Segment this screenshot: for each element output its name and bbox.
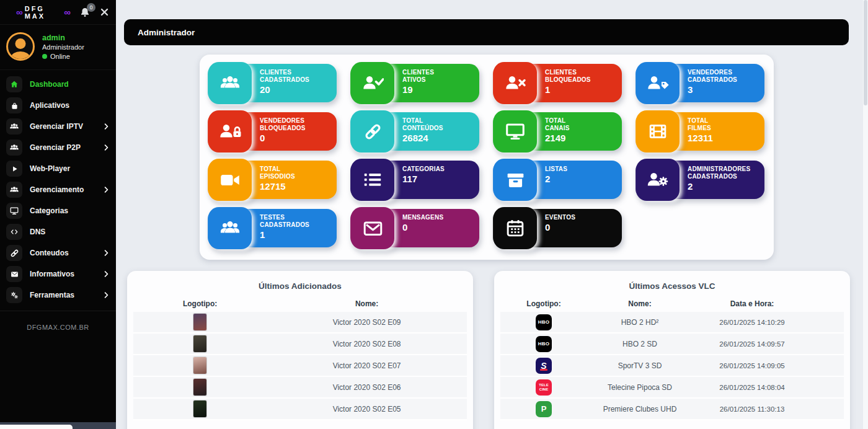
- sidebar-item-web-player[interactable]: Web-Player: [0, 158, 116, 179]
- sidebar-item-categorias[interactable]: Categorias: [0, 200, 116, 221]
- channel-name: HBO 2 HD²: [587, 312, 693, 332]
- user-profile: admin Administrador Online: [0, 25, 116, 70]
- access-datetime: 26/01/2025 14:08:04: [693, 377, 812, 397]
- stat-card-listas[interactable]: LISTAS2: [493, 161, 622, 199]
- user-status: Online: [50, 53, 70, 60]
- episode-name: Victor 2020 S02 E05: [267, 399, 467, 419]
- home-icon: [6, 76, 22, 92]
- stat-card-eventos[interactable]: EVENTOS0: [493, 209, 622, 247]
- channel-name: SporTV 3 SD: [587, 355, 693, 376]
- table-body: HBO HBO 2 HD² 26/01/2025 14:10:29 HBO HB…: [500, 312, 844, 420]
- table-row: P Premiere Clubes UHD 26/01/2025 11:30:1…: [500, 399, 844, 420]
- column-header-nome: Nome:: [267, 299, 467, 308]
- scrollbar-thumb[interactable]: [864, 0, 867, 105]
- table-body: Victor 2020 S02 E09 Victor 2020 S02 E08 …: [133, 312, 467, 420]
- sidebar-item-conteudos[interactable]: Conteudos: [0, 242, 116, 263]
- stat-card-testes-cadastrados[interactable]: TESTESCADASTRADOS1: [208, 209, 337, 247]
- panel-ultimos-adicionados: Últimos Adicionados Logotipo: Nome: Vict…: [127, 271, 473, 429]
- online-dot: [42, 54, 47, 59]
- episode-name: Victor 2020 S02 E08: [267, 334, 467, 354]
- premiere-logo: P: [536, 401, 552, 417]
- telecine-logo: TELE CINE: [536, 379, 552, 396]
- chevron-right-icon: [104, 271, 108, 277]
- stat-card-categorias[interactable]: CATEGORIAS117: [350, 161, 479, 199]
- channel-name: Premiere Clubes UHD: [587, 399, 693, 419]
- table-row: Victor 2020 S02 E05: [133, 399, 467, 420]
- stat-card-total-episodios[interactable]: TOTALEPISODIOS12715: [208, 161, 337, 199]
- stat-card-administradores-cadastrados[interactable]: ADMINISTRADORESCADASTRADOS2: [636, 161, 764, 199]
- stat-card-total-conteudos[interactable]: TOTALCONTEÚDOS26824: [350, 112, 479, 151]
- users-icon: [6, 118, 22, 135]
- sidebar-item-informativos[interactable]: Informativos: [0, 263, 116, 285]
- users-icon: [6, 182, 22, 198]
- close-sidebar-button[interactable]: [100, 8, 108, 16]
- table-row: Victor 2020 S02 E08: [133, 334, 467, 355]
- sidebar-item-gerenciamento[interactable]: Gerenciamento: [0, 179, 116, 200]
- table-row: Victor 2020 S02 E09: [133, 312, 467, 334]
- notification-badge: 0: [87, 3, 95, 12]
- stat-card-total-canais[interactable]: TOTALCANAIS2149: [493, 112, 622, 151]
- sidebar-item-dns[interactable]: DNS: [0, 221, 116, 242]
- episode-thumbnail: [193, 400, 206, 417]
- monitor-icon: [494, 110, 537, 153]
- chevron-right-icon: [104, 144, 108, 151]
- stats-grid: CLIENTESCADASTRADOS20 CLIENTESATIVOS19 C…: [208, 64, 766, 247]
- sidebar-item-dashboard[interactable]: Dashboard: [0, 74, 116, 95]
- infinity-icon: ∞: [16, 7, 23, 17]
- stat-card-clientes-ativos[interactable]: CLIENTESATIVOS19: [350, 64, 479, 102]
- access-datetime: 26/01/2025 14:10:29: [693, 312, 812, 332]
- table-header: Logotipo: Nome:: [133, 299, 467, 308]
- sidebar-menu: Dashboard Aplicativos Gerenciar IPTV Ger…: [0, 70, 116, 306]
- link-icon: [351, 110, 394, 153]
- stat-card-clientes-bloqueados[interactable]: CLIENTESBLOQUEADOS1: [493, 64, 622, 102]
- table-row: Victor 2020 S02 E07: [133, 355, 467, 377]
- chevron-right-icon: [104, 187, 108, 193]
- notifications-button[interactable]: 0: [79, 7, 91, 18]
- stat-value: 2149: [545, 133, 622, 143]
- stat-card-clientes-cadastrados[interactable]: CLIENTESCADASTRADOS20: [208, 64, 337, 102]
- app-logo: ∞ DFG MAX ∞: [16, 5, 71, 20]
- episode-thumbnail: [193, 335, 206, 352]
- calendar-icon: [494, 207, 537, 249]
- stat-value: 2: [688, 182, 764, 192]
- stat-card-mensagens[interactable]: MENSAGENS0: [350, 209, 479, 247]
- panel-title: Últimos Acessos VLC: [494, 281, 850, 291]
- link-icon: [6, 245, 22, 261]
- stat-card-vendedores-cadastrados[interactable]: VENDEDORESCADASTRADOS3: [636, 64, 764, 102]
- stat-value: 12311: [688, 133, 764, 143]
- sidebar-item-aplicativos[interactable]: Aplicativos: [0, 95, 116, 116]
- user-lock-icon: [208, 110, 252, 153]
- film-icon: [636, 110, 680, 153]
- infinity-icon: ∞: [64, 7, 71, 17]
- page-header: Administrador: [124, 19, 849, 45]
- table-row: TELE CINE Telecine Pipoca SD 26/01/2025 …: [500, 377, 844, 399]
- column-header-data-e-hora: Data e Hora:: [693, 299, 812, 308]
- avatar: [6, 32, 35, 61]
- episode-thumbnail: [193, 357, 206, 374]
- episode-name: Victor 2020 S02 E07: [267, 355, 467, 376]
- users-icon: [208, 62, 252, 104]
- archive-icon: [494, 159, 537, 201]
- envelope-icon: [351, 207, 394, 249]
- table-header: Logotipo: Nome: Data e Hora:: [500, 299, 844, 308]
- stat-value: 117: [402, 174, 479, 184]
- stats-panel: CLIENTESCADASTRADOS20 CLIENTESATIVOS19 C…: [200, 55, 774, 260]
- stat-value: 19: [402, 85, 479, 95]
- stat-value: 1: [260, 230, 337, 240]
- column-header-logotipo: Logotipo:: [133, 299, 267, 308]
- sidebar-item-gerenciar-p2p[interactable]: Gerenciar P2P: [0, 137, 116, 158]
- access-datetime: 26/01/2025 11:30:13: [693, 399, 812, 419]
- stat-card-total-filmes[interactable]: TOTALFILMES12311: [636, 112, 764, 151]
- sidebar-item-gerenciar-iptv[interactable]: Gerenciar IPTV: [0, 116, 116, 137]
- hbo-logo: HBO: [536, 314, 552, 330]
- gears-icon: [6, 287, 22, 303]
- sidebar: ∞ DFG MAX ∞ 0 admin Administrador Online: [0, 0, 116, 422]
- column-header-nome: Nome:: [587, 299, 693, 308]
- scrollbar[interactable]: [863, 0, 868, 429]
- stat-value: 0: [545, 223, 622, 232]
- episode-thumbnail: [193, 379, 206, 396]
- admin-dashboard: ∞ DFG MAX ∞ 0 admin Administrador Online: [0, 0, 868, 429]
- stat-card-vendedores-bloqueados[interactable]: VENDEDORESBLOQUEADOS0: [208, 112, 337, 151]
- panel-ultimos-acessos-vlc: Últimos Acessos VLC Logotipo: Nome: Data…: [494, 271, 850, 429]
- sidebar-item-ferramentas[interactable]: Ferramentas: [0, 285, 116, 306]
